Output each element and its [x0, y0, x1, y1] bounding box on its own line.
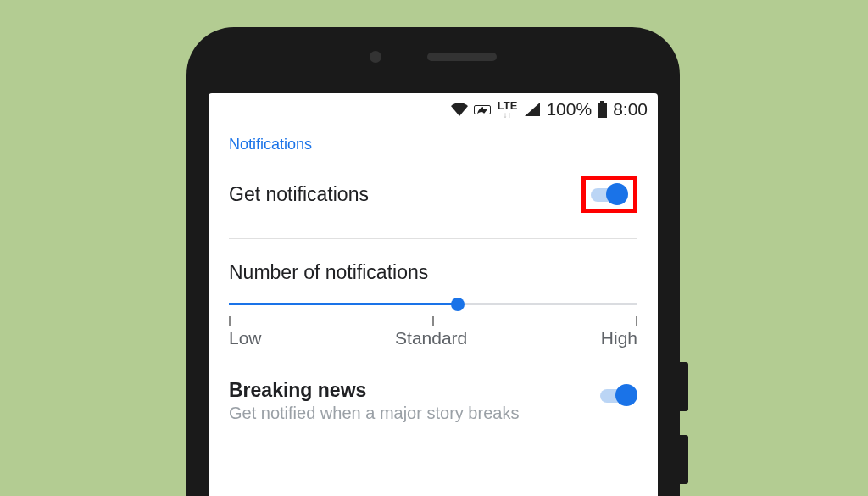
wifi-icon: [450, 102, 469, 117]
slider-label-standard: Standard: [395, 328, 467, 348]
volume-up-button[interactable]: [680, 362, 688, 411]
svg-rect-0: [600, 101, 604, 103]
slider-ticks: [229, 316, 637, 326]
settings-content: Notifications Get notifications Number o…: [209, 125, 658, 433]
camera-dot: [370, 51, 381, 63]
slider-label-high: High: [601, 328, 637, 348]
slider-track-fill: [229, 303, 458, 305]
toggle-thumb: [615, 384, 637, 406]
notification-slider[interactable]: [229, 296, 637, 313]
phone-top-hardware: [186, 51, 680, 63]
highlight-box: [581, 176, 637, 213]
clock-time: 8:00: [613, 99, 648, 120]
data-arrows-icon: ↓↑: [504, 111, 512, 120]
slider-label-low: Low: [229, 328, 262, 348]
breaking-news-title: Breaking news: [229, 379, 600, 402]
lte-badge-icon: [474, 105, 491, 114]
notification-count-section: Number of notifications Low Standard Hig…: [229, 261, 637, 348]
volume-down-button[interactable]: [680, 435, 688, 484]
divider: [229, 238, 637, 239]
slider-labels: Low Standard High: [229, 328, 637, 348]
tick-high: [636, 316, 637, 326]
battery-percentage: 100%: [546, 99, 592, 120]
phone-screen: LTE ↓↑ 100% 8:00 Notifications Get notif…: [209, 93, 658, 496]
status-bar: LTE ↓↑ 100% 8:00: [209, 93, 658, 125]
get-notifications-label: Get notifications: [229, 183, 369, 206]
breaking-news-description: Get notified when a major story breaks: [229, 404, 600, 423]
svg-rect-1: [598, 103, 607, 118]
battery-icon: [597, 101, 608, 118]
slider-title: Number of notifications: [229, 261, 637, 284]
tick-low: [229, 316, 231, 326]
tick-standard: [432, 316, 434, 326]
phone-frame: LTE ↓↑ 100% 8:00 Notifications Get notif…: [186, 27, 680, 496]
signal-icon: [524, 102, 541, 117]
get-notifications-row[interactable]: Get notifications: [229, 169, 637, 220]
network-type-label: LTE ↓↑: [498, 100, 518, 120]
get-notifications-toggle[interactable]: [591, 183, 628, 205]
side-buttons: [680, 362, 688, 484]
toggle-thumb: [606, 183, 628, 205]
section-header: Notifications: [229, 136, 637, 153]
breaking-news-toggle[interactable]: [600, 384, 637, 406]
speaker-slot: [427, 53, 497, 61]
breaking-news-row[interactable]: Breaking news Get notified when a major …: [229, 379, 637, 423]
slider-thumb[interactable]: [451, 298, 465, 311]
breaking-news-text: Breaking news Get notified when a major …: [229, 379, 600, 423]
